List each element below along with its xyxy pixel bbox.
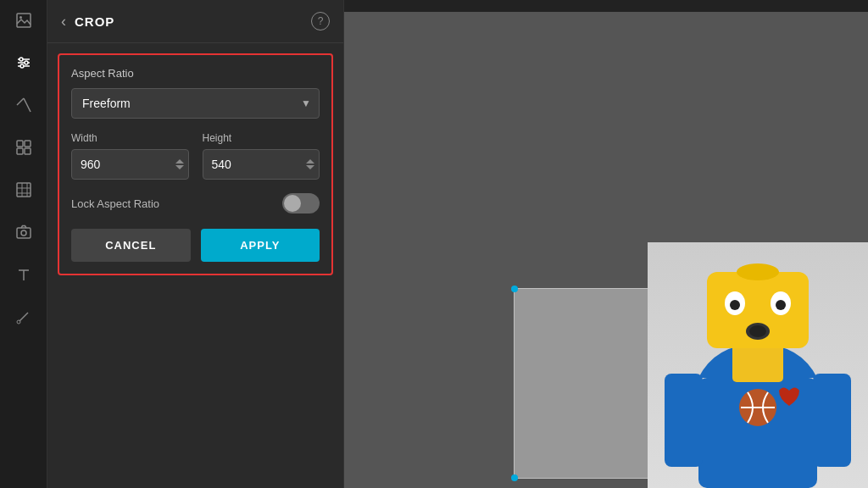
svg-point-24: [17, 320, 20, 324]
lego-svg: [648, 242, 868, 488]
wh-row: Width Height: [71, 132, 320, 180]
svg-point-33: [730, 300, 740, 310]
aspect-ratio-label: Aspect Ratio: [71, 67, 320, 80]
height-spinner[interactable]: [306, 159, 314, 169]
toggle-thumb: [284, 195, 301, 212]
icon-bar: [0, 0, 47, 488]
svg-point-30: [737, 263, 779, 280]
adjustments-icon[interactable]: [12, 51, 36, 75]
canvas-area: [344, 0, 868, 488]
width-spinner-down[interactable]: [175, 165, 184, 169]
svg-point-1: [19, 16, 22, 19]
panel-header-left: ‹ CROP: [61, 13, 114, 30]
crop-handle-bl[interactable]: [511, 474, 518, 481]
back-button[interactable]: ‹: [61, 13, 66, 30]
lego-figure: [648, 242, 868, 488]
apps-icon[interactable]: [12, 136, 36, 159]
svg-rect-27: [813, 374, 851, 467]
height-spinner-up[interactable]: [306, 159, 314, 164]
svg-rect-13: [25, 148, 31, 154]
lock-label: Lock Aspect Ratio: [71, 197, 159, 210]
height-input-wrapper: [203, 149, 320, 180]
canvas-top-bar: [344, 0, 868, 12]
help-button[interactable]: ?: [311, 12, 330, 30]
svg-rect-0: [17, 14, 31, 27]
width-group: Width: [71, 132, 189, 180]
height-label: Height: [203, 132, 320, 144]
aspect-ratio-wrapper: Freeform Original 1:1 4:3 16:9 3:2 ▼: [71, 88, 320, 119]
svg-rect-26: [665, 374, 703, 467]
wand-icon[interactable]: [12, 93, 36, 117]
apply-button[interactable]: APPLY: [201, 229, 320, 262]
width-spinner-up[interactable]: [175, 159, 184, 164]
panel-header: ‹ CROP ?: [47, 0, 343, 43]
side-panel: ‹ CROP ? Aspect Ratio Freeform Original …: [47, 0, 344, 488]
image-icon[interactable]: [12, 8, 36, 32]
svg-rect-11: [25, 141, 31, 147]
svg-point-20: [21, 230, 26, 236]
text-icon[interactable]: [12, 263, 36, 286]
crop-section: Aspect Ratio Freeform Original 1:1 4:3 1…: [58, 53, 333, 275]
grid-icon[interactable]: [12, 178, 36, 202]
lock-row: Lock Aspect Ratio: [71, 193, 320, 214]
crop-handle-tl[interactable]: [511, 286, 518, 292]
camera-icon[interactable]: [12, 220, 36, 244]
width-input-wrapper: [71, 149, 189, 180]
svg-point-6: [25, 61, 28, 64]
brush-icon[interactable]: [12, 305, 36, 329]
svg-rect-10: [17, 141, 23, 147]
width-input[interactable]: [71, 149, 189, 180]
cancel-button[interactable]: CANCEL: [71, 229, 191, 262]
width-label: Width: [71, 132, 189, 144]
svg-line-8: [24, 98, 31, 112]
svg-point-36: [749, 325, 766, 337]
height-spinner-down[interactable]: [306, 165, 314, 169]
svg-rect-19: [17, 228, 31, 238]
panel-title: CROP: [75, 14, 114, 29]
aspect-ratio-dropdown[interactable]: Freeform Original 1:1 4:3 16:9 3:2: [71, 88, 320, 119]
svg-point-7: [20, 64, 24, 68]
height-group: Height: [203, 132, 320, 180]
height-input[interactable]: [203, 149, 320, 180]
width-spinner[interactable]: [175, 159, 184, 169]
btn-row: CANCEL APPLY: [71, 229, 320, 262]
svg-point-5: [19, 58, 23, 61]
svg-rect-14: [17, 183, 31, 197]
svg-point-34: [776, 300, 786, 310]
svg-line-9: [17, 98, 24, 105]
svg-rect-12: [17, 148, 23, 154]
lock-aspect-ratio-toggle[interactable]: [282, 193, 320, 214]
svg-line-23: [19, 313, 28, 321]
